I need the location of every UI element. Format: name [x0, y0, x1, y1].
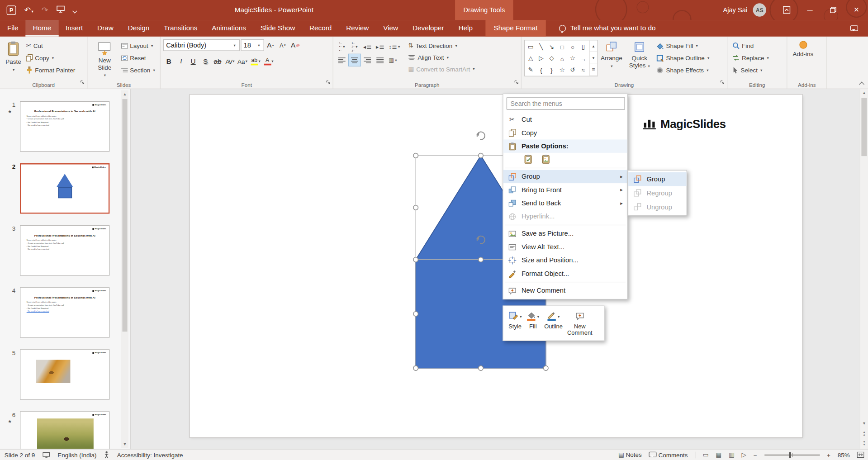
cut-button[interactable]: ✂ Cut: [24, 40, 77, 52]
restore-button[interactable]: [821, 0, 844, 20]
outline-button[interactable]: ▾ Outline: [542, 309, 564, 339]
arrange-button[interactable]: Arrange▾: [598, 38, 625, 69]
section-button[interactable]: Section▾: [119, 64, 157, 76]
fill-button[interactable]: ▾ Fill: [525, 309, 541, 339]
animation-star-icon[interactable]: ★: [8, 419, 12, 424]
context-menu-item-group[interactable]: Group ▸: [503, 170, 627, 183]
tab-animations[interactable]: Animations: [204, 20, 253, 37]
scroll-up-icon[interactable]: ▲: [860, 89, 868, 96]
select-button[interactable]: Select▾: [730, 64, 771, 76]
ribbon-display-options-button[interactable]: [775, 0, 798, 20]
context-menu-item-new-comment[interactable]: New Comment: [503, 284, 627, 297]
new-comment-button[interactable]: New Comment: [566, 309, 593, 339]
zoom-slider[interactable]: [764, 454, 820, 455]
font-name-combo[interactable]: ▾: [163, 39, 240, 51]
view-slideshow-button[interactable]: ▷: [742, 451, 746, 458]
submenu-item-regroup[interactable]: Regroup: [628, 186, 687, 200]
align-right-button[interactable]: [361, 54, 373, 66]
style-button[interactable]: ▾ Style: [507, 309, 523, 339]
tab-insert[interactable]: Insert: [58, 20, 90, 37]
language-indicator[interactable]: English (India): [57, 451, 96, 458]
line-spacing-button[interactable]: ↕☰▾: [387, 41, 402, 53]
font-size-input[interactable]: [244, 41, 256, 49]
user-name[interactable]: Ajay Sai: [723, 6, 747, 14]
character-spacing-button[interactable]: AV▾: [224, 55, 235, 67]
font-name-input[interactable]: [166, 41, 231, 49]
underline-button[interactable]: U: [188, 55, 199, 67]
quick-styles-button[interactable]: Quick Styles ▾: [625, 38, 654, 69]
notes-button[interactable]: ▤ Notes: [618, 451, 642, 458]
paste-button[interactable]: Paste▾: [3, 38, 24, 72]
align-text-button[interactable]: Align Text▾: [406, 52, 477, 63]
tab-shape-format[interactable]: Shape Format: [485, 20, 546, 37]
tab-help[interactable]: Help: [451, 20, 480, 37]
align-left-button[interactable]: [336, 54, 348, 66]
shape-right-triangle-icon[interactable]: ▷: [536, 52, 546, 64]
undo-button[interactable]: ↶▾: [24, 6, 33, 14]
shape-diamond-icon[interactable]: ◇: [546, 52, 557, 64]
menu-search-input[interactable]: [507, 97, 625, 109]
slide-thumbnail-2-selected[interactable]: MagicSlides: [20, 163, 109, 213]
format-painter-button[interactable]: Format Painter: [24, 64, 77, 76]
slide-indicator[interactable]: Slide 2 of 9: [5, 451, 35, 458]
paste-as-picture-button[interactable]: [539, 153, 552, 166]
slideshow-button[interactable]: [57, 5, 65, 14]
shape-arc-icon[interactable]: ↺: [567, 64, 578, 76]
convert-to-smartart-button[interactable]: ▦ Convert to SmartArt▾: [406, 63, 477, 75]
accessibility-status[interactable]: Accessibility: Investigate: [117, 451, 183, 458]
tab-home[interactable]: Home: [25, 20, 58, 37]
slide-thumbnail-3[interactable]: MagicSlides Professional Presentations i…: [20, 225, 109, 275]
shape-brace-left-icon[interactable]: {: [536, 64, 546, 76]
tell-me-box[interactable]: Tell me what you want to do: [559, 20, 655, 37]
shape-rounded-rect-icon[interactable]: ▯: [578, 41, 588, 53]
align-center-button[interactable]: [349, 54, 360, 66]
comments-button[interactable]: Comments: [649, 451, 688, 458]
clear-formatting-button[interactable]: A: [289, 39, 300, 51]
addins-button[interactable]: Add-ins: [790, 38, 816, 57]
shape-triangle-icon[interactable]: △: [525, 52, 536, 64]
italic-button[interactable]: I: [175, 55, 186, 67]
font-size-combo[interactable]: ▾: [241, 39, 264, 51]
scroll-up-icon[interactable]: ▲: [121, 90, 128, 97]
animation-star-icon[interactable]: ★: [8, 109, 12, 114]
display-settings-icon[interactable]: [43, 451, 50, 458]
shape-fill-button[interactable]: Shape Fill▾: [654, 40, 712, 52]
shape-house-icon[interactable]: ⌂: [557, 52, 567, 64]
paste-destination-theme-button[interactable]: [522, 153, 535, 166]
tab-view[interactable]: View: [376, 20, 405, 37]
scrollbar-thumb[interactable]: [122, 99, 127, 332]
submenu-item-ungroup[interactable]: Ungroup: [628, 200, 687, 214]
minimize-button[interactable]: ─: [798, 0, 821, 20]
close-button[interactable]: ×: [845, 0, 868, 20]
shape-gallery-more-button[interactable]: ☰: [589, 64, 597, 76]
tab-design[interactable]: Design: [121, 20, 157, 37]
tab-slide-show[interactable]: Slide Show: [253, 20, 302, 37]
context-menu-item-save-as-picture[interactable]: Save as Picture...: [503, 227, 627, 240]
shape-rectangle-icon[interactable]: ▭: [525, 41, 536, 53]
avatar[interactable]: AS: [753, 3, 766, 16]
slide-thumbnail-5[interactable]: MagicSlides: [20, 349, 109, 399]
paragraph-dialog-launcher[interactable]: [514, 77, 519, 87]
view-normal-button[interactable]: ▭: [703, 451, 709, 458]
context-menu-item-cut[interactable]: ✂ Cut: [503, 113, 627, 126]
shape-square-icon[interactable]: □: [557, 41, 567, 53]
tab-review[interactable]: Review: [339, 20, 376, 37]
zoom-in-button[interactable]: +: [827, 451, 830, 458]
shape-brace-right-icon[interactable]: }: [546, 64, 557, 76]
shape-wave-icon[interactable]: ≈: [578, 64, 588, 76]
shape-gallery-up-button[interactable]: ▲: [589, 40, 597, 52]
context-menu-item-size-and-position[interactable]: Size and Position...: [503, 254, 627, 267]
justify-button[interactable]: [374, 54, 386, 66]
clipboard-dialog-launcher[interactable]: [80, 77, 85, 87]
context-menu-item-view-alt-text[interactable]: View Alt Text...: [503, 240, 627, 253]
change-case-button[interactable]: Aa▾: [237, 55, 249, 67]
layout-button[interactable]: Layout▾: [119, 40, 157, 52]
strikethrough-button[interactable]: ab: [212, 55, 223, 67]
collapse-ribbon-button[interactable]: [859, 82, 864, 87]
rotation-handle[interactable]: [476, 132, 485, 140]
zoom-level[interactable]: 85%: [838, 451, 850, 458]
shape-oval-icon[interactable]: ○: [567, 41, 578, 53]
next-slide-button[interactable]: ▼ ▼: [860, 439, 868, 448]
shape-star-icon[interactable]: ☆: [567, 52, 578, 64]
scroll-down-icon[interactable]: ▼: [860, 420, 868, 427]
